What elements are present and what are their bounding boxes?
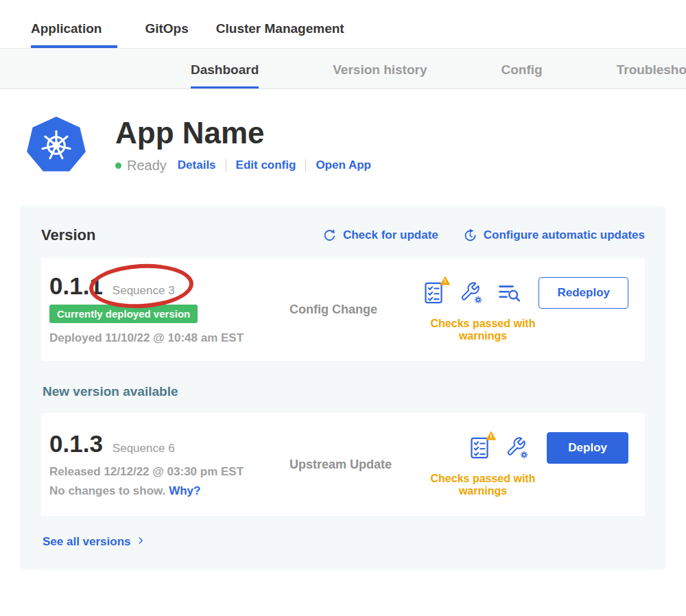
available-checks-status: Checks passed with warnings (413, 473, 628, 497)
tab-troubleshoot[interactable]: Troubleshoot (617, 62, 686, 88)
edit-config-link[interactable]: Edit config (236, 158, 296, 172)
version-heading: Version (41, 226, 95, 244)
why-link[interactable]: Why? (169, 484, 200, 497)
app-status-row: Ready Details Edit config Open App (115, 158, 371, 174)
current-version-action-row: Redeploy (423, 277, 628, 309)
current-version-source: Config Change (289, 303, 413, 317)
status-dot (115, 163, 121, 169)
check-for-update-label: Check for update (343, 228, 438, 242)
available-version-card: 0.1.3 Sequence 6 Released 12/12/22 @ 03:… (41, 413, 645, 516)
view-files-icon[interactable] (498, 282, 521, 303)
available-version-source: Upstream Update (289, 458, 413, 472)
tab-dashboard[interactable]: Dashboard (191, 62, 259, 88)
divider (226, 159, 226, 171)
primary-nav: Application GitOps Cluster Management (0, 0, 686, 48)
app-header: App Name Ready Details Edit config Open … (0, 89, 686, 174)
clock-refresh-icon (463, 228, 477, 243)
open-app-link[interactable]: Open App (316, 158, 371, 172)
kubernetes-logo-icon (26, 117, 86, 174)
current-version-info: 0.1.1 Sequence 3 Currently deployed vers… (49, 273, 289, 346)
available-version-info: 0.1.3 Sequence 6 Released 12/12/22 @ 03:… (49, 428, 289, 501)
available-version-line: 0.1.3 Sequence 6 (49, 431, 289, 455)
currently-deployed-badge: Currently deployed version (49, 305, 198, 323)
released-timestamp: Released 12/12/22 @ 03:30 pm EST (49, 465, 289, 479)
preflight-checks-icon[interactable] (423, 281, 445, 305)
new-version-available-heading: New version available (43, 384, 645, 399)
details-link[interactable]: Details (178, 158, 216, 172)
see-all-versions-link[interactable]: See all versions (43, 535, 145, 549)
nav-tab-cluster-management[interactable]: Cluster Management (216, 21, 344, 48)
deploy-button[interactable]: Deploy (547, 432, 628, 464)
available-version-actions: Deploy Checks passed with warnings (413, 428, 628, 501)
divider (305, 159, 306, 171)
app-header-text: App Name Ready Details Edit config Open … (115, 117, 371, 173)
current-checks-status: Checks passed with warnings (413, 318, 628, 342)
app-title: App Name (115, 117, 371, 149)
preflight-checks-icon[interactable] (469, 436, 490, 460)
tab-version-history[interactable]: Version history (333, 62, 427, 88)
version-panel-actions: Check for update Configure automatic upd… (322, 228, 645, 243)
current-version-card: 0.1.1 Sequence 3 Currently deployed vers… (41, 258, 645, 361)
nav-tab-application[interactable]: Application (31, 21, 117, 48)
check-for-update-link[interactable]: Check for update (322, 228, 438, 243)
configure-automatic-updates-label: Configure automatic updates (484, 228, 645, 242)
chevron-right-icon (136, 535, 145, 549)
app-status: Ready (127, 158, 167, 174)
redeploy-button[interactable]: Redeploy (539, 277, 628, 309)
no-changes-text: No changes to show. (49, 484, 165, 497)
available-version-action-row: Deploy (469, 432, 628, 464)
deployed-timestamp: Deployed 11/10/22 @ 10:48 am EST (49, 331, 289, 345)
current-version-line: 0.1.1 Sequence 3 (49, 274, 289, 298)
current-version-sequence: Sequence 3 (113, 284, 175, 298)
available-version-number: 0.1.3 (49, 431, 103, 455)
tab-config[interactable]: Config (501, 62, 543, 88)
nav-tab-gitops[interactable]: GitOps (145, 21, 188, 48)
see-all-versions-label: See all versions (43, 535, 131, 549)
admin-console-page: Application GitOps Cluster Management Da… (0, 0, 686, 616)
version-panel: Version Check for update (21, 206, 665, 569)
available-version-sequence: Sequence 6 (113, 442, 175, 455)
current-version-actions: Redeploy Checks passed with warnings (413, 273, 628, 346)
no-changes-line: No changes to show. Why? (49, 484, 289, 498)
wrench-gear-icon[interactable] (460, 281, 483, 305)
version-panel-header: Version Check for update (41, 226, 645, 244)
current-version-number: 0.1.1 (49, 274, 103, 298)
refresh-icon (322, 228, 337, 243)
wrench-gear-icon[interactable] (506, 436, 529, 460)
configure-automatic-updates-link[interactable]: Configure automatic updates (463, 228, 645, 243)
app-sub-nav: Dashboard Version history Config Trouble… (0, 48, 686, 89)
